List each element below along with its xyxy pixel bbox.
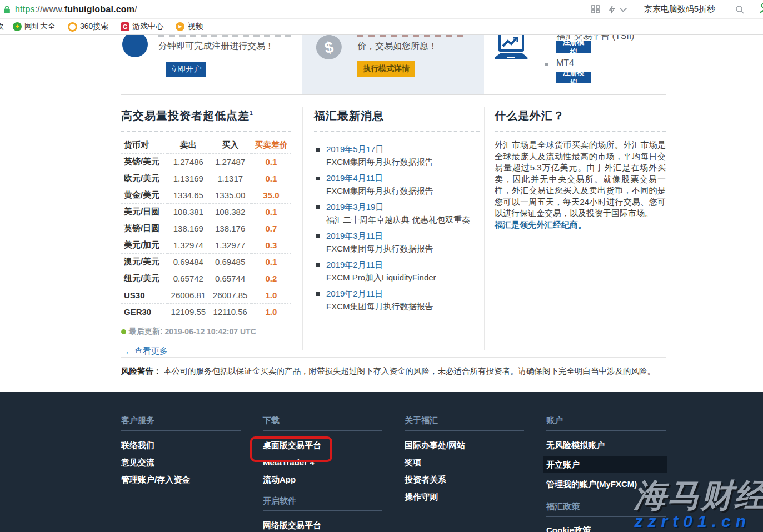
footer-link-mobile-app[interactable]: 流动App (263, 475, 296, 485)
promo-card-open-account: 分钟即可完成注册进行交易！ 立即开户 (121, 35, 302, 94)
news-item: 2019年2月11日FXCM集团每月执行数据报告 (314, 288, 480, 312)
footer-heading: 下载 (263, 415, 280, 426)
clipped-text-remnant (158, 35, 292, 37)
table-row: 美元/加元1.329741.329770.3 (121, 237, 291, 254)
table-row: 英镑/美元1.274861.274870.1 (121, 154, 291, 170)
list-bullet (316, 292, 320, 296)
game-icon: G (121, 22, 129, 31)
spreads-section: 高交易量投资者超低点差1 货币对 卖出 买入 买卖差价 英镑/美元1.27486… (121, 108, 291, 357)
column-divider (484, 107, 485, 350)
footer-col-downloads: 下载 桌面版交易平台 MetaTrader 4 流动App 开启软件 网络版交易… (263, 392, 382, 532)
login-user-icon[interactable] (759, 3, 763, 16)
footer-link-manage-deposit[interactable]: 管理账户/存入资金 (121, 475, 190, 485)
footer-link-open-account[interactable]: 开立账户 (546, 460, 580, 470)
nav-site-icon: + (13, 22, 22, 31)
footer-link-contact[interactable]: 联络我们 (121, 440, 154, 451)
news-date-link[interactable]: 2019年2月11日 (326, 259, 436, 270)
bookmark-game-center[interactable]: G 游戏中心 (121, 22, 163, 32)
list-bullet (316, 263, 320, 267)
speed-mode-icon[interactable] (609, 5, 615, 14)
bookmark-label: 游戏中心 (132, 22, 163, 32)
clipped-text-remnant (357, 35, 468, 37)
promo-text: 价，交易如您所愿！ (357, 41, 437, 52)
news-item: 2019年2月11日FXCM Pro加入LiquidityFinder (314, 259, 480, 283)
url-bar: https://www.fuhuiglobal.com/ 京东电脑数码5折秒 (0, 0, 763, 19)
news-title: 福汇最新消息 (314, 108, 480, 132)
news-item: 2019年3月11日FXCM集团每月执行数据报告 (314, 230, 480, 254)
footnote-marker: 1 (250, 109, 253, 116)
bookmark-partial[interactable]: 欢 (0, 22, 4, 32)
content-sections: 高交易量投资者超低点差1 货币对 卖出 买入 买卖差价 英镑/美元1.27486… (121, 103, 666, 355)
spreads-table: 货币对 卖出 买入 买卖差价 英镑/美元1.274861.274870.1 欧元… (121, 137, 291, 320)
news-text: FXCM集团每月执行数据报告 (326, 185, 433, 197)
list-bullet (545, 63, 548, 66)
see-more-link[interactable]: → 查看更多 (121, 346, 291, 357)
forex-broker-link[interactable]: 福汇是领先外汇经纪商。 (495, 220, 666, 230)
news-date-link[interactable]: 2019年3月11日 (326, 230, 433, 242)
footer-link-desktop-platform[interactable]: 桌面版交易平台 (263, 440, 321, 451)
open-account-button[interactable]: 立即开户 (166, 62, 206, 77)
bookmark-label: 视频 (187, 22, 203, 32)
apps-grid-icon[interactable] (591, 5, 600, 13)
footer-link-feedback[interactable]: 意见交流 (121, 458, 154, 468)
table-row: 纽元/美元0.657420.657440.2 (121, 270, 291, 287)
bookmark-video[interactable]: ▶ 视频 (176, 22, 203, 32)
laptop-chart-icon (492, 35, 531, 63)
table-row: 英镑/日圆138.169138.1760.7 (121, 220, 291, 237)
news-text: FXCM集团每月执行数据报告 (326, 301, 433, 312)
divider (546, 430, 666, 431)
footer-subheading: 福汇政策 (546, 501, 580, 512)
footer-link-cookie-policy[interactable]: Cookie政策 (546, 525, 591, 532)
money-bag-icon: $ (308, 35, 349, 66)
news-date-link[interactable]: 2019年2月11日 (326, 288, 433, 299)
watermark-brand: 海马财经 (634, 474, 763, 518)
search-icon[interactable] (735, 5, 744, 14)
footer-link-web-platform[interactable]: 网络版交易平台 (263, 520, 321, 531)
promo-card-execution: $ 价，交易如您所愿！ 执行模式详情 (302, 35, 484, 94)
table-row: US3026006.8126007.851.0 (121, 287, 291, 304)
news-text: FXCM集团每月执行数据报告 (326, 243, 433, 254)
divider (263, 430, 382, 431)
footer-link-awards[interactable]: 奖项 (405, 458, 421, 468)
bookmark-wangzhidaquan[interactable]: + 网址大全 (13, 22, 56, 32)
clock-badge-icon (122, 35, 148, 57)
col-header-spread: 买卖差价 (251, 137, 291, 154)
footer-col-about: 关于福汇 国际办事处/网站 奖项 投资者关系 操作守则 (405, 392, 524, 532)
col-header-pair: 货币对 (121, 137, 167, 154)
divider (121, 357, 666, 358)
search-suggestion-text[interactable]: 京东电脑数码5折秒 (644, 4, 715, 14)
chevron-down-icon[interactable] (620, 5, 627, 12)
footer-link-demo-account[interactable]: 无风险模拟账户 (546, 440, 605, 451)
news-date-link[interactable]: 2019年4月11日 (326, 173, 433, 184)
footer-link-offices[interactable]: 国际办事处/网站 (405, 440, 465, 451)
list-bullet (316, 234, 320, 238)
table-row: 澳元/美元0.694840.694850.1 (121, 254, 291, 270)
footer-link-code-of-conduct[interactable]: 操作守则 (405, 492, 438, 503)
news-item: 2019年3月19日福汇二十周年卓越庆典 优惠礼包双重奏 (314, 202, 480, 225)
col-header-buy: 买入 (210, 137, 251, 154)
footer-heading: 客户服务 (121, 415, 154, 426)
mt4-label[interactable]: MT4 (556, 58, 574, 68)
register-demo-button-mt4[interactable]: 注册模拟 (556, 72, 591, 83)
divider (752, 4, 752, 14)
forex-paragraph: 外汇市场是全球货币买卖的场所。外汇市场是全球最庞大及流动性最高的市场，平均每日交… (495, 139, 666, 219)
footer-link-investor-relations[interactable]: 投资者关系 (405, 475, 446, 485)
lock-icon (3, 5, 11, 14)
register-demo-button[interactable]: 注册模拟 (556, 41, 591, 53)
news-date-link[interactable]: 2019年5月17日 (326, 144, 433, 155)
bookmark-label: 网址大全 (24, 22, 56, 32)
table-header-row: 货币对 卖出 买入 买卖差价 (121, 137, 291, 154)
promo-card-platforms: 福汇交易平台 (TSII) 注册模拟 MT4 注册模拟 (484, 35, 666, 94)
footer-link-myfxcm[interactable]: 管理我的账户(MyFXCM) (546, 479, 637, 490)
news-date-link[interactable]: 2019年3月19日 (326, 202, 470, 213)
execution-details-button[interactable]: 执行模式详情 (357, 61, 415, 77)
last-updated: 最后更新: 2019-06-12 10:42:07 UTC (121, 327, 291, 337)
bookmark-360search[interactable]: 360搜索 (68, 22, 108, 32)
news-section: 福汇最新消息 2019年5月17日FXCM集团每月执行数据报告 2019年4月1… (314, 108, 480, 317)
forex-section: 什么是外汇？ 外汇市场是全球货币买卖的场所。外汇市场是全球最庞大及流动性最高的市… (495, 108, 666, 230)
address-text[interactable]: https://www.fuhuiglobal.com/ (15, 4, 137, 14)
footer-link-metatrader4[interactable]: MetaTrader 4 (263, 458, 315, 467)
news-text: FXCM Pro加入LiquidityFinder (326, 272, 436, 283)
divider (405, 430, 524, 431)
table-row: 欧元/美元1.131691.13170.1 (121, 170, 291, 187)
